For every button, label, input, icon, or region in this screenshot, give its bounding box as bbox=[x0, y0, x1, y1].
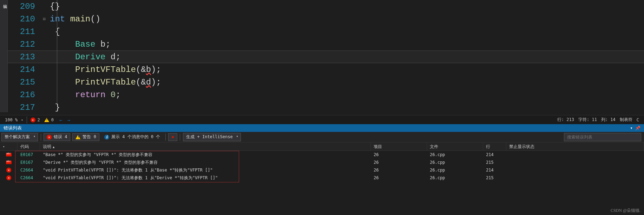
error-row[interactable]: E0167"Base *" 类型的实参与 "VFPTR *" 类型的形参不兼容2… bbox=[0, 151, 644, 159]
error-list-titlebar[interactable]: 错误列表 ▾ 📌 bbox=[0, 124, 644, 132]
indent-mode[interactable]: 制表符 bbox=[618, 117, 635, 123]
line-number: 213 bbox=[8, 52, 41, 62]
error-icon: ✕ bbox=[31, 117, 35, 122]
search-input[interactable] bbox=[564, 133, 641, 141]
pin-icon[interactable]: ▾ 📌 bbox=[630, 126, 640, 130]
nav-prev-icon[interactable]: ← bbox=[58, 117, 64, 123]
code-content[interactable]: {} bbox=[47, 2, 60, 11]
line-number: 210 bbox=[8, 14, 41, 24]
warning-icon bbox=[44, 118, 49, 122]
nav-next-icon[interactable]: → bbox=[66, 117, 71, 123]
info-icon: i bbox=[104, 135, 109, 140]
cursor-col: 列: 14 bbox=[599, 117, 618, 123]
code-content[interactable]: } bbox=[47, 103, 60, 112]
intellisense-error-icon bbox=[6, 161, 12, 164]
watermark: CSDN @朵猫猫. bbox=[611, 208, 640, 214]
code-line[interactable]: 213 Derive d; bbox=[8, 51, 644, 63]
error-file[interactable]: 26.cpp bbox=[427, 152, 483, 158]
code-line[interactable]: 214 PrintVFTable(&b); bbox=[8, 63, 644, 76]
warning-count[interactable]: 0 bbox=[42, 117, 56, 122]
error-file[interactable]: 26.cpp bbox=[427, 175, 483, 181]
line-ending[interactable]: C bbox=[635, 117, 641, 122]
code-content[interactable]: PrintVFTable(&d); bbox=[47, 78, 161, 87]
cursor-char: 字符: 11 bbox=[576, 117, 599, 123]
cursor-line: 行: 213 bbox=[555, 117, 576, 123]
line-number: 214 bbox=[8, 65, 41, 74]
scope-guide bbox=[57, 0, 57, 105]
error-description: "void PrintVFTable(VFPTR [])": 无法将参数 1 从… bbox=[40, 167, 371, 174]
code-content[interactable]: return 0; bbox=[47, 90, 121, 100]
status-bar: 100 %▾ ✕2 0 ←→ 行: 213 字符: 11 列: 14 制表符 C bbox=[0, 115, 644, 124]
warnings-filter-button[interactable]: 警告 0 bbox=[72, 133, 99, 141]
code-content[interactable]: int main() bbox=[47, 14, 100, 24]
compile-error-icon: ✕ bbox=[6, 175, 11, 180]
line-number: 211 bbox=[8, 27, 41, 36]
col-header-suppress[interactable]: 禁止显示状态 bbox=[506, 142, 644, 150]
error-row[interactable]: ✕C2664"void PrintVFTable(VFPTR [])": 无法将… bbox=[0, 174, 644, 182]
fold-toggle[interactable]: ⊟ bbox=[41, 16, 47, 22]
error-list-toolbar: 整个解决方案 ✕错误 4 警告 0 i展示 4 个消息中的 0 个 ✖ 生成 +… bbox=[0, 132, 644, 142]
intellisense-error-icon bbox=[6, 153, 12, 156]
code-line[interactable]: 211 { bbox=[8, 25, 644, 38]
code-line[interactable]: 217 } bbox=[8, 101, 644, 114]
error-description: "Base *" 类型的实参与 "VFPTR *" 类型的形参不兼容 bbox=[40, 151, 371, 159]
error-description: "void PrintVFTable(VFPTR [])": 无法将参数 1 从… bbox=[40, 174, 371, 182]
error-code[interactable]: E0167 bbox=[18, 152, 40, 158]
clear-filter-button[interactable]: ✖ bbox=[168, 133, 177, 141]
error-line: 215 bbox=[483, 159, 506, 166]
error-list-body: E0167"Base *" 类型的实参与 "VFPTR *" 类型的形参不兼容2… bbox=[0, 151, 644, 182]
error-project: 26 bbox=[371, 175, 427, 181]
code-line[interactable]: 209{} bbox=[8, 0, 644, 13]
code-line[interactable]: 210⊟int main() bbox=[8, 13, 644, 25]
error-line: 215 bbox=[483, 175, 506, 181]
error-row[interactable]: E0167"Derive *" 类型的实参与 "VFPTR *" 类型的形参不兼… bbox=[0, 159, 644, 166]
code-content[interactable]: PrintVFTable(&b); bbox=[47, 65, 161, 74]
error-line: 214 bbox=[483, 167, 506, 173]
zoom-level[interactable]: 100 %▾ bbox=[3, 117, 25, 122]
col-header-project[interactable]: 项目 bbox=[371, 142, 427, 150]
scope-dropdown[interactable]: 整个解决方案 bbox=[1, 133, 38, 141]
col-header-line[interactable]: 行 bbox=[483, 142, 506, 150]
col-header-icon[interactable]: ▾ bbox=[0, 142, 18, 150]
error-list-header[interactable]: ▾ 代码 说明▲ 项目 文件 行 禁止显示状态 bbox=[0, 142, 644, 151]
error-count[interactable]: ✕2 bbox=[28, 117, 42, 122]
error-project: 26 bbox=[371, 159, 427, 166]
code-line[interactable]: 212 Base b; bbox=[8, 38, 644, 51]
code-editor[interactable]: 209{}210⊟int main()211 {212 Base b;213 D… bbox=[8, 0, 644, 115]
line-number: 209 bbox=[8, 2, 41, 11]
code-line[interactable]: 215 PrintVFTable(&d); bbox=[8, 76, 644, 88]
code-content[interactable]: Derive d; bbox=[47, 52, 121, 62]
error-code[interactable]: C2664 bbox=[18, 175, 40, 181]
code-content[interactable]: { bbox=[47, 27, 60, 36]
clear-icon: ✖ bbox=[171, 135, 174, 140]
error-line: 214 bbox=[483, 152, 506, 158]
error-project: 26 bbox=[371, 167, 427, 173]
col-header-desc[interactable]: 说明▲ bbox=[40, 142, 371, 150]
source-dropdown[interactable]: 生成 + IntelliSense bbox=[183, 133, 241, 141]
error-icon: ✕ bbox=[47, 135, 52, 140]
line-number: 215 bbox=[8, 78, 41, 87]
vertical-tab-edit[interactable]: 编辑 bbox=[0, 0, 8, 112]
line-number: 216 bbox=[8, 90, 41, 100]
warning-icon bbox=[75, 135, 80, 139]
compile-error-icon: ✕ bbox=[6, 168, 11, 173]
error-file[interactable]: 26.cpp bbox=[427, 159, 483, 166]
line-number: 217 bbox=[8, 103, 41, 112]
col-header-code[interactable]: 代码 bbox=[18, 142, 40, 150]
error-description: "Derive *" 类型的实参与 "VFPTR *" 类型的形参不兼容 bbox=[40, 159, 371, 166]
messages-filter-button[interactable]: i展示 4 个消息中的 0 个 bbox=[101, 133, 163, 141]
errors-filter-button[interactable]: ✕错误 4 bbox=[44, 133, 70, 141]
panel-title-text: 错误列表 bbox=[4, 125, 22, 131]
col-header-file[interactable]: 文件 bbox=[427, 142, 483, 150]
error-row[interactable]: ✕C2664"void PrintVFTable(VFPTR [])": 无法将… bbox=[0, 166, 644, 174]
error-file[interactable]: 26.cpp bbox=[427, 167, 483, 173]
error-code[interactable]: E0167 bbox=[18, 159, 40, 166]
line-number: 212 bbox=[8, 40, 41, 49]
error-project: 26 bbox=[371, 152, 427, 158]
error-code[interactable]: C2664 bbox=[18, 167, 40, 173]
code-line[interactable]: 216 return 0; bbox=[8, 88, 644, 101]
